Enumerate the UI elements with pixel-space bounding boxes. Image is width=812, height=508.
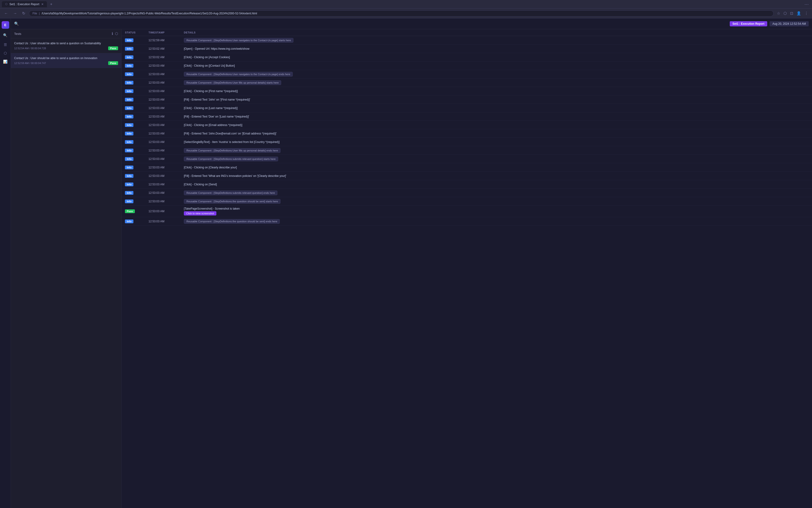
tests-panel-title: Tests [14, 32, 21, 36]
url-path: /Users/la56qs/MyDevelopmentWork/Tutorial… [41, 12, 257, 15]
menu-icon[interactable]: ⋮ [804, 10, 809, 16]
tab-title: Set1 : Execution Report [9, 3, 39, 6]
log-detail-cell: [Click] - Clicking on [Last name *(requi… [184, 107, 809, 110]
log-status-cell: Info [125, 132, 149, 135]
log-status-cell: Pass [125, 209, 149, 213]
log-timestamp-cell: 12:53:03 AM [149, 81, 184, 84]
log-detail-cell: [Click] - Clicking on [Email address *(r… [184, 123, 809, 127]
account-icon[interactable]: 👤 [796, 10, 802, 16]
browser-titlebar: ⬡ Set1 : Execution Report ✕ + ⋯ [0, 0, 812, 8]
test-name-innovation: Contact Us : User should be able to send… [14, 56, 118, 60]
detail-tag: Reusable Component : [StepDefinitions:th… [184, 219, 280, 224]
sidebar-list-icon[interactable]: ☰ [2, 41, 9, 48]
info-badge: Info [125, 149, 133, 153]
detail-tag: Reusable Component : [StepDefinitions:Us… [184, 72, 293, 77]
address-bar[interactable]: File | /Users/la56qs/MyDevelopmentWork/T… [29, 10, 774, 16]
log-status-cell: Info [125, 140, 149, 144]
log-detail-cell: [TakePageScreenshot] - Screenshot is tak… [184, 207, 809, 215]
test-item-sustainability[interactable]: Contact Us : User should be able to send… [11, 38, 121, 53]
log-row: Info12:53:03 AMReusable Component : [Ste… [122, 188, 812, 197]
log-timestamp-cell: 12:53:03 AM [149, 140, 184, 144]
header-right: Set1 : Execution Report Aug 20, 2024 12:… [730, 21, 809, 27]
header-left: 🔍 [14, 22, 19, 26]
info-badge: Info [125, 140, 133, 144]
detail-tag: Reusable Component : [StepDefinitions:th… [184, 199, 280, 204]
view-screenshot-link[interactable]: Click to view screenshot [184, 211, 217, 215]
log-timestamp-cell: 12:53:03 AM [149, 115, 184, 118]
test-meta-sustainability: 12:52:54 AM / 00:00:04:728 Pass [14, 46, 118, 50]
log-timestamp-cell: 12:53:02 AM [149, 47, 184, 50]
test-status-innovation: Pass [108, 61, 118, 65]
header-search-icon[interactable]: 🔍 [14, 22, 19, 26]
bookmark-icon[interactable]: ☆ [776, 10, 781, 16]
browser-tab[interactable]: ⬡ Set1 : Execution Report ✕ [2, 1, 47, 7]
test-status-sustainability: Pass [108, 46, 118, 50]
log-status-cell: Info [125, 81, 149, 85]
detail-tag: Reusable Component : [StepDefinitions:su… [184, 190, 277, 195]
sidebar-chart-icon[interactable]: 📊 [2, 58, 9, 66]
col-header-status: STATUS [125, 31, 149, 34]
info-badge: Info [125, 166, 133, 169]
log-timestamp-cell: 12:53:03 AM [149, 98, 184, 101]
log-status-cell: Info [125, 47, 149, 51]
detail-tag: Reusable Component : [StepDefinitions:Us… [184, 80, 281, 85]
tests-info-icon[interactable]: ℹ [112, 32, 113, 36]
info-badge: Info [125, 81, 133, 85]
info-badge: Info [125, 182, 133, 186]
log-timestamp-cell: 12:53:03 AM [149, 149, 184, 152]
log-status-cell: Info [125, 89, 149, 93]
screenshot-text: [TakePageScreenshot] - Screenshot is tak… [184, 207, 809, 210]
test-time-sustainability: 12:52:54 AM / 00:00:04:728 [14, 47, 46, 50]
header-bar: 🔍 Set1 : Execution Report Aug 20, 2024 1… [11, 18, 812, 29]
log-status-cell: Info [125, 219, 149, 223]
log-row: Info12:53:03 AM[Click] - Clicking on [La… [122, 104, 812, 112]
app-header: 🔍 Set1 : Execution Report Aug 20, 2024 1… [11, 18, 812, 29]
log-timestamp-cell: 12:53:03 AM [149, 200, 184, 203]
tests-expand-icon[interactable]: ⬡ [115, 32, 118, 36]
info-badge: Info [125, 89, 133, 93]
log-timestamp-cell: 12:53:03 AM [149, 132, 184, 135]
log-panel: STATUS TIMESTAMP DETAILS Info12:52:59 AM… [122, 29, 812, 508]
tab-icon: ⬡ [5, 3, 7, 6]
log-detail-cell: Reusable Component : [StepDefinitions:su… [184, 190, 809, 195]
info-badge: Info [125, 47, 133, 51]
log-row: Info12:53:03 AM[Fill] - Entered Text 'Jo… [122, 95, 812, 104]
forward-button[interactable]: → [12, 10, 18, 16]
cast-icon[interactable]: ⊡ [789, 10, 794, 16]
log-status-cell: Info [125, 200, 149, 203]
log-status-cell: Info [125, 191, 149, 195]
log-row: Info12:53:03 AM[Click] - Clicking on [[C… [122, 61, 812, 70]
log-detail-cell: [Fill] - Entered Text 'What are ING's in… [184, 174, 809, 178]
reload-button[interactable]: ↻ [21, 10, 27, 16]
info-badge: Info [125, 219, 133, 223]
info-badge: Info [125, 174, 133, 178]
sidebar-search-button[interactable]: 🔍 [2, 32, 9, 39]
log-row: Info12:53:02 AM[Click] - Clicking on [Ac… [122, 53, 812, 61]
detail-tag: Reusable Component : [StepDefinitions:Us… [184, 148, 280, 153]
url-protocol: File [33, 12, 37, 15]
log-row: Info12:53:03 AM[SelectSingleByText] - It… [122, 138, 812, 146]
new-tab-button[interactable]: + [49, 2, 54, 6]
log-status-cell: Info [125, 106, 149, 110]
log-timestamp-cell: 12:53:03 AM [149, 210, 184, 213]
log-detail-cell: Reusable Component : [StepDefinitions:Us… [184, 148, 809, 153]
tab-close-button[interactable]: ✕ [41, 3, 44, 6]
test-meta-innovation: 12:52:59 AM / 00:00:04:747 Pass [14, 61, 118, 65]
extensions-icon[interactable]: ⬡ [782, 10, 788, 16]
sidebar-page-icon[interactable]: ⬡ [2, 49, 9, 57]
detail-tag: Reusable Component : [StepDefinitions:su… [184, 157, 278, 161]
log-row: Info12:53:03 AM[Click] - Clicking on [Em… [122, 121, 812, 129]
info-badge: Info [125, 132, 133, 135]
app-container: E 🔍 ☰ ⬡ 📊 🔍 Set1 : Execution Report Aug … [0, 18, 812, 508]
minimize-button[interactable]: ⋯ [803, 2, 810, 7]
back-button[interactable]: ← [3, 10, 9, 16]
log-status-cell: Info [125, 166, 149, 169]
log-detail-cell: Reusable Component : [StepDefinitions:Us… [184, 72, 809, 77]
log-status-cell: Info [125, 115, 149, 119]
log-detail-cell: [Click] - Clicking on [[Contact Us] Butt… [184, 64, 809, 67]
log-timestamp-cell: 12:53:03 AM [149, 73, 184, 76]
log-timestamp-cell: 12:52:59 AM [149, 39, 184, 42]
test-item-innovation[interactable]: Contact Us : User should be able to send… [11, 53, 121, 68]
info-badge: Info [125, 64, 133, 68]
info-badge: Info [125, 72, 133, 76]
